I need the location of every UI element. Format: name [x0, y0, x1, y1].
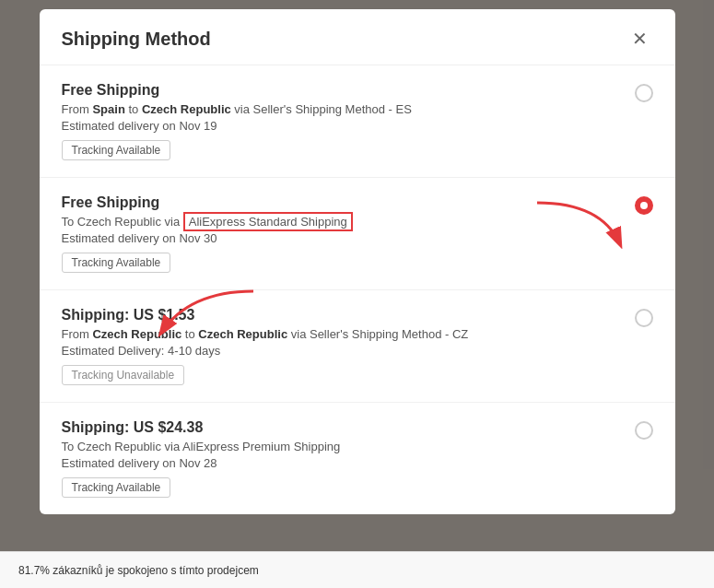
shipping-info-1: Free Shipping From Spain to Czech Republ…: [62, 82, 620, 160]
arrow-2: [143, 282, 263, 356]
shipping-modal: Shipping Method ✕ Free Shipping From Spa…: [40, 9, 675, 514]
close-button[interactable]: ✕: [627, 26, 653, 52]
modal-body[interactable]: Free Shipping From Spain to Czech Republ…: [40, 65, 675, 514]
tracking-badge-2: Tracking Available: [62, 253, 171, 273]
radio-btn-2[interactable]: [635, 196, 653, 215]
shipping-option-4[interactable]: Shipping: US $24.38 To Czech Republic vi…: [40, 403, 675, 514]
shipping-name-2: Free Shipping: [62, 194, 620, 211]
shipping-info-2: Free Shipping To Czech Republic via AliE…: [62, 194, 620, 273]
radio-btn-3[interactable]: [635, 309, 653, 327]
shipping-desc-2: To Czech Republic via AliExpress Standar…: [62, 215, 620, 229]
tracking-badge-4: Tracking Available: [62, 477, 171, 498]
shipping-info-4: Shipping: US $24.38 To Czech Republic vi…: [62, 419, 620, 498]
tracking-badge-1: Tracking Available: [62, 140, 171, 160]
shipping-option-2[interactable]: Free Shipping To Czech Republic via AliE…: [40, 178, 675, 290]
modal-overlay: Shipping Method ✕ Free Shipping From Spa…: [0, 0, 714, 588]
shipping-option-3[interactable]: Shipping: US $1.53 From Czech Republic t…: [40, 290, 675, 403]
shipping-desc-4: To Czech Republic via AliExpress Premium…: [62, 440, 620, 453]
bottom-bar: 81.7% zákazníků je spokojeno s tímto pro…: [0, 551, 714, 588]
shipping-option-1[interactable]: Free Shipping From Spain to Czech Republ…: [40, 65, 675, 178]
radio-btn-1[interactable]: [635, 84, 653, 102]
tracking-badge-3: Tracking Unavailable: [62, 365, 185, 385]
shipping-name-4: Shipping: US $24.38: [62, 419, 620, 436]
shipping-desc-1: From Spain to Czech Republic via Seller'…: [62, 102, 620, 116]
modal-header: Shipping Method ✕: [40, 9, 675, 65]
shipping-name-1: Free Shipping: [62, 82, 620, 99]
shipping-est-1: Estimated delivery on Nov 19: [62, 119, 620, 133]
shipping-est-4: Estimated delivery on Nov 28: [62, 456, 620, 470]
shipping-est-2: Estimated delivery on Nov 30: [62, 231, 620, 245]
modal-title: Shipping Method: [62, 29, 211, 50]
bottom-text: 81.7% zákazníků je spokojeno s tímto pro…: [18, 564, 259, 577]
radio-btn-4[interactable]: [635, 421, 653, 440]
